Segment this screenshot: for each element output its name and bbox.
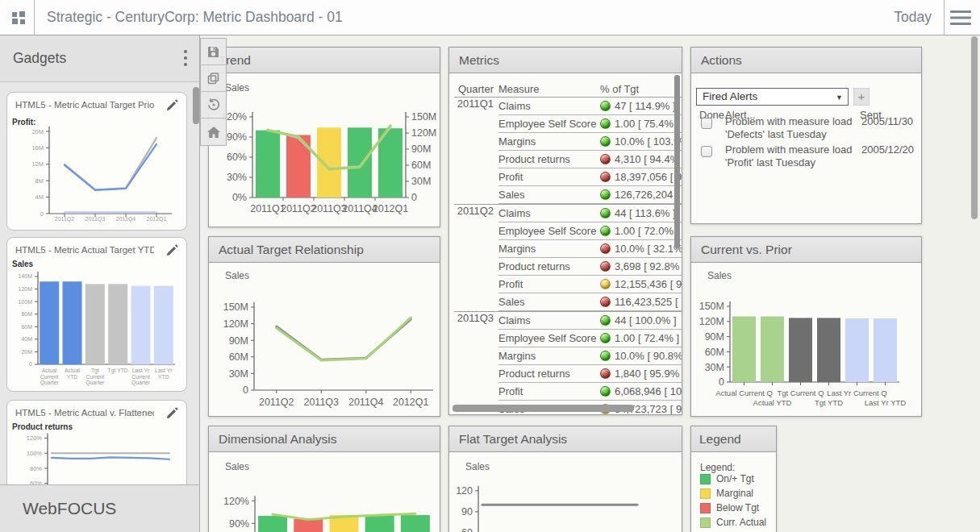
metrics-row[interactable]: Profit12,155,436 [ 9 (454, 276, 682, 293)
dashboard-grid-icon[interactable] (10, 9, 27, 30)
save-button[interactable] (201, 39, 226, 65)
svg-text:0: 0 (243, 384, 248, 396)
svg-text:20M: 20M (31, 128, 44, 135)
copy-button[interactable] (201, 65, 226, 92)
metrics-group: 2011Q3Claims44 [ 100.0% ]Employee Self S… (454, 311, 682, 415)
svg-text:30M: 30M (411, 176, 431, 187)
home-button[interactable] (201, 118, 226, 145)
date-selector[interactable]: Today (894, 0, 932, 35)
metrics-row[interactable]: Sales126,726,204 [ (454, 186, 682, 204)
panel-current-vs-prior-header[interactable]: Current vs. Prior (691, 237, 921, 263)
edit-icon[interactable] (166, 99, 178, 114)
sidebar-scrollbar[interactable] (193, 87, 199, 124)
metrics-row[interactable]: Margins10.0% [ 103.9% (454, 133, 682, 151)
metrics-row-body: Employee Self Score1.00 [ 72.0% ] (498, 222, 682, 240)
done-cell (691, 143, 724, 169)
metrics-row[interactable]: Product returns3,698 [ 92.8% (454, 258, 682, 276)
done-checkbox[interactable] (701, 118, 712, 129)
current-vs-prior-chart[interactable]: Sales030M60M90M120M150MActual Current QA… (693, 265, 920, 415)
restore-button[interactable] (201, 92, 226, 118)
svg-text:Sales: Sales (225, 82, 249, 94)
metrics-row-body: Sales126,726,204 [ (498, 186, 682, 204)
gadget-returns-chart[interactable]: Product returns60%80%100%120% (12, 420, 180, 484)
status-dot-icon (600, 226, 611, 236)
gadget-card-actual-flattened[interactable]: HTML5 - Metric Actual v. Flattened... Pr… (6, 400, 187, 484)
metrics-row[interactable]: Profit18,397,056 [ 9 (454, 168, 682, 186)
svg-text:60: 60 (461, 527, 473, 532)
metrics-row[interactable]: 2011Q1Claims47 [ 114.9% ] (454, 98, 682, 115)
metrics-row[interactable]: Sales116,423,525 [ (454, 293, 682, 311)
metrics-row[interactable]: 2011Q2Claims44 [ 113.6% ] (454, 205, 682, 222)
svg-text:100%: 100% (27, 450, 43, 457)
gadget-sales-ytd-chart[interactable]: Sales020M40M60M80M100M120M140MActualCurr… (12, 257, 180, 391)
metrics-row-body: Profit12,155,436 [ 9 (498, 276, 682, 293)
gadget-profit-chart[interactable]: Profit:04M8M12M16M20M2011Q22011Q32011Q42… (12, 114, 180, 228)
legend-swatch (700, 488, 711, 499)
metrics-row[interactable]: Product returns1,840 [ 95.9% (454, 365, 682, 383)
done-checkbox[interactable] (701, 146, 712, 157)
svg-text:2012Q1: 2012Q1 (373, 203, 409, 214)
panel-metrics-title: Metrics (459, 53, 499, 67)
panel-trend-header[interactable]: Trend (209, 48, 440, 73)
panel-actions-title: Actions (701, 53, 742, 67)
trend-chart[interactable]: Sales0%30%60%90%120%030M60M90M120M150M20… (211, 75, 440, 227)
alert-row[interactable]: Problem with measure load 'Defects' last… (691, 115, 916, 141)
dimensional-chart[interactable]: Sales90%120% (211, 454, 440, 532)
webfocus-brand: WebFOCUS (0, 484, 199, 532)
alert-row[interactable]: Problem with measure load 'Profit' last … (691, 143, 916, 169)
status-dot-cell (600, 101, 615, 111)
menu-icon[interactable] (950, 10, 971, 28)
metrics-quarter (454, 115, 498, 133)
metrics-row[interactable]: 2011Q3Claims44 [ 100.0% ] (454, 312, 682, 330)
metrics-row[interactable]: Margins10.0% [ 32.1% (454, 240, 682, 258)
status-dot-cell (600, 279, 615, 289)
panel-legend-header[interactable]: Legend (691, 426, 776, 452)
status-dot-cell (600, 172, 615, 182)
gadget-card-actual-target-prior[interactable]: HTML5 - Metric Actual Target Prior... Pr… (6, 92, 187, 231)
metrics-row[interactable]: Margins10.0% [ 90.8% (454, 347, 682, 365)
panel-flat-target-header[interactable]: Flat Target Analysis (449, 426, 682, 452)
gadget-card-actual-target-ytd[interactable]: HTML5 - Metric Actual Target YTD ... Sal… (6, 237, 187, 392)
svg-text:2012Q1: 2012Q1 (147, 216, 167, 222)
svg-text:120%: 120% (223, 496, 249, 507)
svg-text:60M: 60M (229, 351, 248, 363)
flat-target-chart[interactable]: Sales6090120 (451, 454, 682, 532)
metrics-row[interactable]: Product returns4,310 [ 94.4% ] (454, 151, 682, 168)
chevron-down-icon: ▼ (836, 89, 843, 106)
metrics-vertical-scrollbar[interactable] (674, 75, 680, 248)
svg-text:60%: 60% (227, 152, 247, 163)
metrics-row[interactable]: Employee Self Score1.00 [ 75.4% ] (454, 115, 682, 133)
gadgets-title: Gadgets (13, 35, 66, 81)
panel-actual-target-header[interactable]: Actual Target Relationship (209, 237, 440, 263)
metrics-row[interactable]: Profit6,068,946 [ 10 (454, 383, 682, 401)
svg-text:0: 0 (29, 361, 32, 367)
dashboard-canvas: Trend Sales0%30%60%90%120%030M60M90M120M… (200, 35, 980, 532)
metrics-row-body: Margins10.0% [ 90.8% (498, 347, 682, 365)
metrics-measure: Sales (498, 296, 600, 308)
metrics-quarter (454, 276, 498, 293)
metrics-horizontal-scrollbar[interactable] (452, 405, 634, 412)
status-dot-cell (600, 189, 615, 200)
status-dot-cell (600, 315, 615, 326)
metrics-row-body: Profit18,397,056 [ 9 (498, 168, 682, 186)
alert-type-select[interactable]: Fired Alerts ▼ (696, 88, 849, 106)
metrics-quarter (454, 168, 498, 186)
metrics-measure: Product returns (498, 260, 600, 272)
actual-target-chart[interactable]: Sales030M60M90M120M150M2011Q22011Q32011Q… (211, 265, 440, 415)
metrics-col-quarter: Quarter (454, 83, 498, 95)
more-options-icon[interactable] (183, 49, 188, 72)
status-dot-icon (600, 368, 611, 379)
status-dot-icon (600, 208, 611, 218)
panel-dimensional-header[interactable]: Dimensional Analysis (209, 426, 440, 452)
metrics-value: 18,397,056 [ 9 (615, 171, 682, 183)
status-dot-cell (600, 333, 615, 343)
metrics-row[interactable]: Employee Self Score1.00 [ 72.4% ] (454, 330, 682, 347)
metrics-value: 10.0% [ 32.1% (615, 243, 682, 255)
main-vertical-scrollbar[interactable] (971, 36, 978, 219)
metrics-row-body: Employee Self Score1.00 [ 75.4% ] (498, 115, 682, 133)
panel-metrics-header[interactable]: Metrics (449, 48, 682, 73)
panel-actions-header[interactable]: Actions (691, 48, 921, 73)
add-action-button[interactable]: + (853, 88, 869, 106)
metrics-row[interactable]: Employee Self Score1.00 [ 72.0% ] (454, 222, 682, 240)
svg-text:YTD: YTD (158, 374, 169, 380)
